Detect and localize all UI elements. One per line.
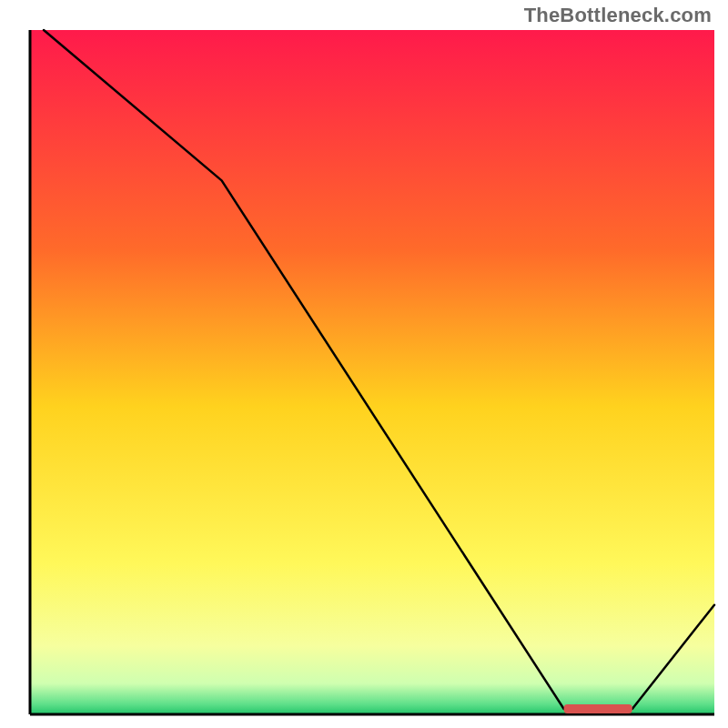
plot-background xyxy=(30,30,714,714)
bottleneck-chart xyxy=(0,0,728,728)
optimal-range-marker xyxy=(564,704,632,713)
chart-container: TheBottleneck.com xyxy=(0,0,728,728)
